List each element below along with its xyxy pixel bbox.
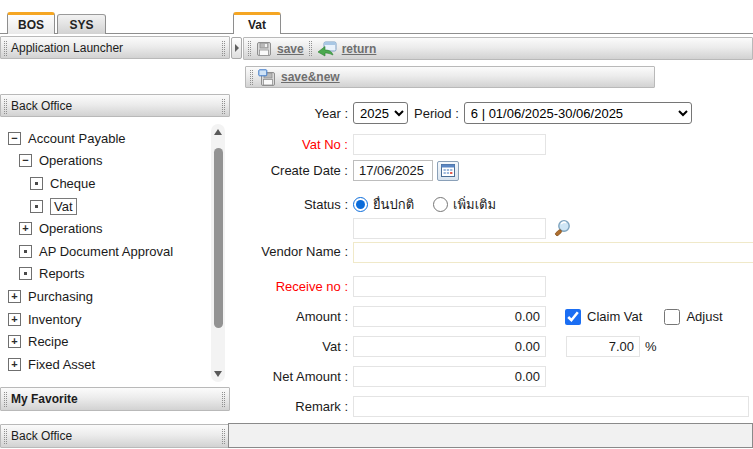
gripper-icon	[4, 392, 7, 407]
create-date-row: Create Date :	[232, 160, 459, 181]
vendor-code-line	[353, 218, 753, 239]
period-select[interactable]: 6 | 01/06/2025-30/06/2025	[464, 102, 692, 124]
tree-item-reports[interactable]: Reports	[39, 266, 85, 281]
gripper-icon	[4, 41, 7, 56]
tab-sys[interactable]: SYS	[57, 14, 106, 34]
year-label: Year :	[232, 106, 348, 121]
expand-plus-icon[interactable]: +	[8, 313, 21, 326]
tree-item: Vat	[0, 195, 208, 218]
tree-item: +Recipe	[0, 330, 208, 353]
scrollbar-thumb[interactable]	[214, 148, 223, 328]
receive-no-label: Receive no :	[232, 279, 348, 294]
scroll-up-icon[interactable]	[214, 129, 222, 135]
gripper-icon	[222, 392, 225, 407]
adjust-label[interactable]: Adjust	[686, 309, 722, 324]
gripper-icon	[4, 429, 7, 444]
receive-no-input[interactable]	[353, 276, 546, 297]
expand-plus-icon[interactable]: +	[19, 222, 32, 235]
back-office-panel-header[interactable]: Back Office	[0, 94, 230, 117]
claim-vat-checkbox[interactable]	[565, 309, 581, 325]
tab-vat[interactable]: Vat	[233, 12, 281, 34]
claim-vat-label[interactable]: Claim Vat	[587, 309, 642, 324]
expand-plus-icon[interactable]: +	[8, 358, 21, 371]
main-toolbar: save return	[243, 37, 753, 60]
tree-item-operations-2[interactable]: Operations	[39, 221, 103, 236]
tree-item: Cheque	[0, 172, 208, 195]
leaf-node-icon	[30, 177, 43, 190]
tree-item-inventory[interactable]: Inventory	[28, 312, 81, 327]
secondary-toolbar: save&new	[245, 66, 655, 88]
collapse-minus-icon[interactable]: −	[8, 132, 21, 145]
back-office-title: Back Office	[1, 99, 72, 113]
collapse-minus-icon[interactable]: −	[19, 154, 32, 167]
tree-item-ap-document-approval[interactable]: AP Document Approval	[39, 244, 173, 259]
amount-input[interactable]	[353, 306, 546, 327]
status-additional-radio[interactable]	[433, 197, 448, 212]
gripper-icon	[222, 41, 225, 56]
gripper-icon	[4, 99, 7, 114]
adjust-wrap: Adjust	[664, 309, 722, 325]
amount-row: Amount : Claim Vat Adjust	[232, 306, 723, 327]
vendor-name-input[interactable]	[353, 242, 753, 263]
vat-label: Vat :	[232, 339, 348, 354]
vat-no-input[interactable]	[353, 134, 546, 155]
tree-item-purchasing[interactable]: Purchasing	[28, 289, 93, 304]
vat-no-label: Vat No :	[232, 137, 348, 152]
calendar-button[interactable]	[437, 161, 459, 181]
expand-plus-icon[interactable]: +	[8, 335, 21, 348]
tree-item: +Purchasing	[0, 285, 208, 308]
leaf-node-icon	[19, 245, 32, 258]
net-amount-label: Net Amount :	[232, 369, 348, 384]
tree-item-account-payable[interactable]: Account Payable	[28, 131, 126, 146]
vat-rate-input[interactable]	[566, 336, 640, 357]
back-office-bottom-title: Back Office	[1, 429, 72, 443]
vat-amount-input[interactable]	[353, 336, 546, 357]
toolbar-collapse-button[interactable]	[231, 37, 242, 59]
tree-item-operations[interactable]: Operations	[39, 153, 103, 168]
status-normal-label[interactable]: ยื่นปกติ	[373, 194, 414, 215]
tree-scrollbar[interactable]	[211, 124, 225, 382]
scroll-down-icon[interactable]	[214, 371, 222, 377]
save-button[interactable]: save	[256, 41, 304, 57]
back-office-bottom-panel-header[interactable]: Back Office	[0, 424, 230, 448]
application-launcher-header[interactable]: Application Launcher	[0, 36, 230, 59]
return-button[interactable]: return	[317, 41, 377, 57]
tree-item: −Operations	[0, 150, 208, 173]
leaf-node-icon	[30, 200, 43, 213]
tree-item-cheque[interactable]: Cheque	[50, 176, 96, 191]
tab-bos[interactable]: BOS	[7, 12, 55, 34]
gripper-icon	[248, 41, 251, 56]
return-button-label: return	[342, 42, 377, 56]
net-amount-row: Net Amount :	[232, 366, 546, 387]
save-and-new-label: save&new	[281, 70, 340, 84]
gripper-icon	[250, 70, 253, 85]
net-amount-input[interactable]	[353, 366, 546, 387]
save-and-new-button[interactable]: save&new	[258, 69, 340, 86]
adjust-checkbox[interactable]	[664, 309, 680, 325]
expand-plus-icon[interactable]: +	[8, 290, 21, 303]
status-normal-radio[interactable]	[353, 197, 368, 212]
tree-item-recipe[interactable]: Recipe	[28, 334, 68, 349]
vendor-name-label: Vendor Name :	[232, 244, 348, 259]
chevron-right-icon	[235, 44, 239, 52]
navigation-tree: −Account Payable −Operations Cheque Vat …	[0, 127, 208, 376]
vat-no-row: Vat No :	[232, 134, 546, 155]
return-arrow-icon	[317, 41, 337, 57]
gripper-icon	[222, 429, 225, 444]
vendor-row: Vendor Name :	[232, 218, 753, 263]
vendor-code-input[interactable]	[353, 218, 546, 239]
tree-item: AP Document Approval	[0, 240, 208, 263]
remark-input[interactable]	[353, 396, 749, 417]
my-favorite-panel-header[interactable]: My Favorite	[0, 387, 230, 411]
status-label: Status :	[232, 197, 348, 212]
create-date-input[interactable]	[353, 160, 433, 181]
year-select[interactable]: 2025	[353, 102, 408, 124]
search-icon[interactable]	[553, 219, 572, 239]
tree-item-fixed-asset[interactable]: Fixed Asset	[28, 357, 95, 372]
my-favorite-title: My Favorite	[1, 392, 78, 406]
status-additional-label[interactable]: เพิ่มเติม	[453, 194, 496, 215]
percent-label: %	[645, 339, 657, 354]
tree-item-vat-selected[interactable]: Vat	[50, 198, 77, 215]
receive-no-row: Receive no :	[232, 276, 546, 297]
remark-label: Remark :	[232, 399, 348, 414]
